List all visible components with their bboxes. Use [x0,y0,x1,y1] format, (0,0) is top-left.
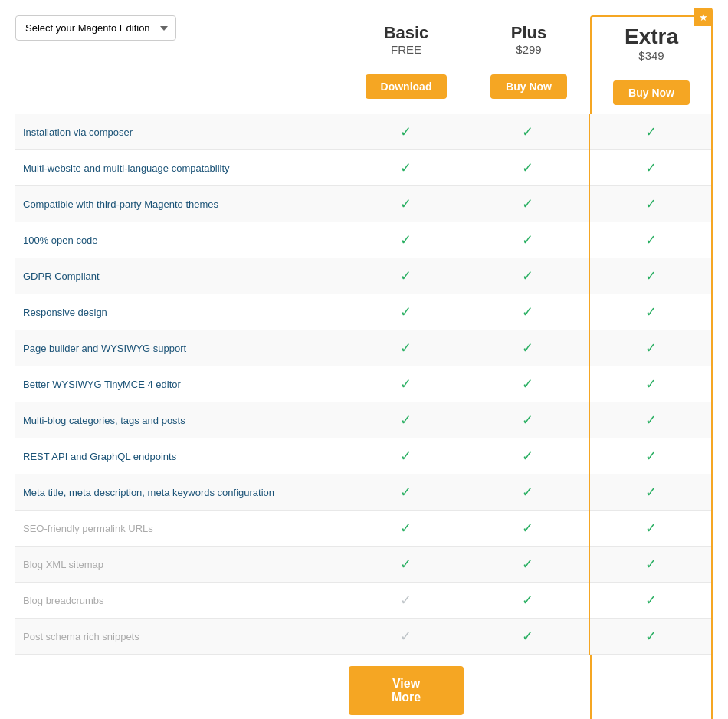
checkmark-icon: ✓ [522,484,533,500]
check-cell-basic: ✓ [344,474,467,511]
check-cell-extra: ✓ [589,114,712,150]
check-cell-extra: ✓ [589,294,712,330]
checkmark-icon: ✓ [645,196,657,212]
extra-plan-price: $349 [595,49,707,62]
checkmark-icon: ✓ [400,520,412,536]
table-row: Multi-blog categories, tags and posts✓✓✓ [15,402,712,438]
checkmark-icon: ✓ [522,629,533,644]
check-cell-basic: ✓ [344,114,467,150]
check-cell-basic: ✓ [344,150,467,186]
checkmark-icon: ✓ [645,160,657,176]
checkmark-icon: ✓ [400,232,412,248]
feature-label: Meta title, meta description, meta keywo… [15,474,344,511]
check-cell-plus: ✓ [467,222,589,258]
feature-label: Responsive design [15,294,344,330]
feature-label: Blog breadcrumbs [15,583,344,619]
table-row: Better WYSIWYG TinyMCE 4 editor✓✓✓ [15,366,712,402]
checkmark-icon: ✓ [645,340,657,356]
checkmark-icon: ✓ [400,340,412,356]
check-cell-plus: ✓ [467,402,589,438]
check-cell-plus: ✓ [467,366,589,402]
table-row: Compatible with third-party Magento them… [15,186,712,222]
view-more-empty-plus [467,655,590,719]
checkmark-icon: ✓ [400,593,412,608]
extra-buy-button[interactable]: Buy Now [613,80,690,105]
check-cell-extra: ✓ [589,366,712,402]
checkmark-icon: ✓ [645,629,657,644]
check-cell-plus: ✓ [467,583,589,619]
check-cell-basic: ✓ [344,511,467,547]
checkmark-icon: ✓ [522,556,533,572]
checkmark-icon: ✓ [645,448,657,464]
check-cell-extra: ✓ [589,511,712,547]
check-cell-basic: ✓ [344,294,467,330]
check-cell-plus: ✓ [467,186,589,222]
checkmark-icon: ✓ [522,376,533,392]
checkmark-icon: ✓ [645,268,657,284]
feature-label: Better WYSIWYG TinyMCE 4 editor [15,366,344,402]
check-cell-plus: ✓ [467,474,589,511]
check-cell-basic: ✓ [344,583,467,619]
check-cell-extra: ✓ [589,619,712,655]
plan-plus-header: Plus $299 Buy Now [467,15,590,114]
table-row: Page builder and WYSIWYG support✓✓✓ [15,330,712,366]
view-more-cell: View More [345,655,467,719]
edition-select[interactable]: Select your Magento Edition [15,15,176,41]
check-cell-basic: ✓ [344,330,467,366]
checkmark-icon: ✓ [400,484,412,500]
check-cell-basic: ✓ [344,547,467,583]
checkmark-icon: ✓ [645,484,657,500]
view-more-row: View More [15,655,713,719]
basic-plan-price: FREE [349,43,464,56]
check-cell-extra: ✓ [589,474,712,511]
checkmark-icon: ✓ [400,448,412,464]
feature-label: Installation via composer [15,114,344,150]
checkmark-icon: ✓ [522,340,533,356]
check-cell-extra: ✓ [589,150,712,186]
checkmark-icon: ✓ [522,124,533,140]
table-row: Meta title, meta description, meta keywo… [15,474,712,511]
check-cell-extra: ✓ [589,583,712,619]
view-more-empty-left [15,655,345,719]
check-cell-basic: ✓ [344,402,467,438]
basic-plan-name: Basic [349,23,464,43]
table-row: Post schema rich snippets✓✓✓ [15,619,712,655]
view-more-button[interactable]: View More [349,666,464,715]
check-cell-extra: ✓ [589,186,712,222]
checkmark-icon: ✓ [645,232,657,248]
checkmark-icon: ✓ [522,448,533,464]
check-cell-plus: ✓ [467,294,589,330]
checkmark-icon: ✓ [400,196,412,212]
feature-label: Blog XML sitemap [15,547,344,583]
check-cell-extra: ✓ [589,258,712,294]
basic-download-button[interactable]: Download [366,74,448,99]
features-table: Installation via composer✓✓✓Multi-websit… [15,114,713,655]
checkmark-icon: ✓ [522,412,533,428]
checkmark-icon: ✓ [522,520,533,536]
featured-star-icon: ★ [694,8,713,26]
checkmark-icon: ✓ [522,268,533,284]
checkmark-icon: ✓ [400,629,412,644]
check-cell-extra: ✓ [589,402,712,438]
check-cell-basic: ✓ [344,258,467,294]
checkmark-icon: ✓ [522,304,533,320]
extra-bottom-border-cell [590,655,713,719]
check-cell-extra: ✓ [589,222,712,258]
table-row: REST API and GraphQL endpoints✓✓✓ [15,438,712,474]
table-row: Installation via composer✓✓✓ [15,114,712,150]
feature-label: 100% open code [15,222,344,258]
checkmark-icon: ✓ [522,232,533,248]
table-row: GDPR Compliant✓✓✓ [15,258,712,294]
plus-buy-button[interactable]: Buy Now [490,74,567,99]
check-cell-basic: ✓ [344,619,467,655]
select-area: Select your Magento Edition [15,15,345,114]
checkmark-icon: ✓ [645,304,657,320]
checkmark-icon: ✓ [400,124,412,140]
checkmark-icon: ✓ [400,556,412,572]
checkmark-icon: ✓ [645,412,657,428]
check-cell-plus: ✓ [467,258,589,294]
check-cell-basic: ✓ [344,438,467,474]
checkmark-icon: ✓ [522,160,533,176]
checkmark-icon: ✓ [400,304,412,320]
plan-header-grid: Select your Magento Edition Basic FREE D… [15,15,713,114]
